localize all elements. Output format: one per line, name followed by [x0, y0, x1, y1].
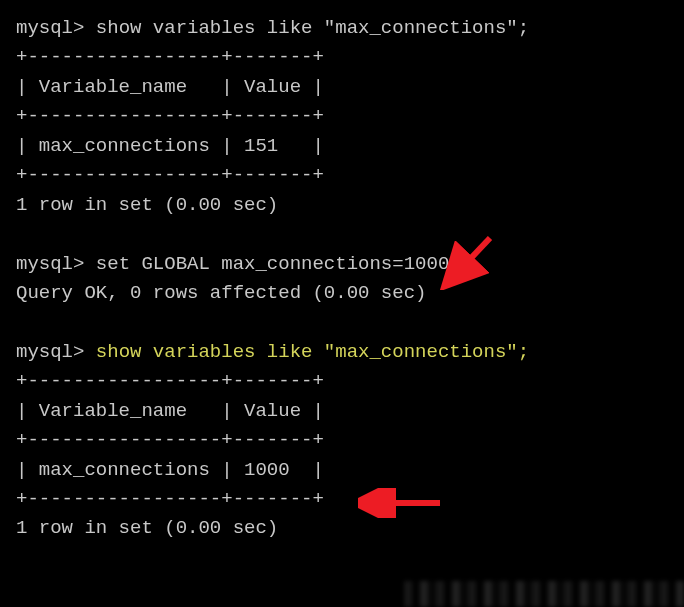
table-border: +-----------------+-------+ — [16, 161, 668, 190]
table-border: +-----------------+-------+ — [16, 102, 668, 131]
command-text: show variables like "max_connections"; — [84, 17, 529, 39]
cmd-line-1: mysql> show variables like "max_connecti… — [16, 14, 668, 43]
table-header: | Variable_name | Value | — [16, 73, 668, 102]
cmd-line-3: mysql> show variables like "max_connecti… — [16, 338, 668, 367]
table-row: | max_connections | 151 | — [16, 132, 668, 161]
table-border: +-----------------+-------+ — [16, 367, 668, 396]
table-border: +-----------------+-------+ — [16, 43, 668, 72]
command-text: set GLOBAL max_connections=1000; — [84, 253, 460, 275]
mysql-prompt: mysql> — [16, 17, 84, 39]
table-border: +-----------------+-------+ — [16, 426, 668, 455]
command-text-highlighted: show variables like "max_connections"; — [84, 341, 529, 363]
cmd-line-2: mysql> set GLOBAL max_connections=1000; — [16, 250, 668, 279]
blank-line — [16, 220, 668, 249]
mysql-prompt: mysql> — [16, 341, 84, 363]
result-footer: 1 row in set (0.00 sec) — [16, 514, 668, 543]
blank-line — [16, 308, 668, 337]
result-footer: 1 row in set (0.00 sec) — [16, 191, 668, 220]
table-header: | Variable_name | Value | — [16, 397, 668, 426]
query-ok: Query OK, 0 rows affected (0.00 sec) — [16, 279, 668, 308]
pixelation-artifact — [404, 581, 684, 607]
table-row: | max_connections | 1000 | — [16, 456, 668, 485]
mysql-prompt: mysql> — [16, 253, 84, 275]
table-border: +-----------------+-------+ — [16, 485, 668, 514]
